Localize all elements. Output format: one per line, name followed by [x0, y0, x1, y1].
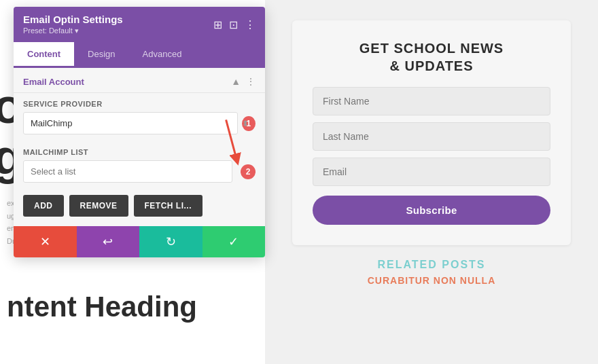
- service-provider-select[interactable]: MailChimp AWeber ConvertKit: [23, 112, 238, 134]
- panel-header-text: Email Optin Settings Preset: Default ▾: [23, 14, 123, 35]
- section-menu-icon[interactable]: ⋮: [246, 76, 256, 87]
- service-provider-label: Service Provider: [23, 100, 256, 108]
- panel-title: Email Optin Settings: [23, 14, 123, 25]
- widget-title: GET SCHOOL NEWS& UPDATES: [313, 39, 550, 75]
- fullscreen-icon[interactable]: ⊡: [229, 18, 238, 31]
- bottom-action-bar: ✕ ↩ ↻ ✓: [14, 226, 265, 257]
- remove-button[interactable]: REMOVE: [69, 195, 128, 217]
- panel-subtitle: Preset: Default ▾: [23, 26, 123, 35]
- related-posts-subtitle: CURABITUR NON NULLA: [292, 275, 571, 286]
- redo-button[interactable]: ↻: [139, 226, 203, 257]
- tab-advanced[interactable]: Advanced: [129, 42, 196, 68]
- tab-content[interactable]: Content: [14, 42, 74, 68]
- email-optin-widget: GET SCHOOL NEWS& UPDATES Subscribe: [292, 20, 571, 245]
- panel-header: Email Optin Settings Preset: Default ▾ ⊞…: [14, 7, 265, 42]
- responsive-icon[interactable]: ⊞: [213, 18, 222, 31]
- last-name-input[interactable]: [313, 122, 550, 151]
- subscribe-button[interactable]: Subscribe: [313, 196, 550, 225]
- first-name-input[interactable]: [313, 87, 550, 115]
- tab-design[interactable]: Design: [74, 42, 128, 68]
- confirm-button[interactable]: ✓: [203, 226, 266, 257]
- fetch-button[interactable]: FETCH LI...: [134, 195, 203, 217]
- mailchimp-list-badge: 2: [241, 164, 256, 179]
- section-icons: ▲ ⋮: [231, 76, 256, 87]
- email-input[interactable]: [313, 158, 550, 186]
- add-button[interactable]: ADD: [23, 195, 64, 217]
- tabs-bar: Content Design Advanced: [14, 42, 265, 68]
- related-posts-section: RELATED POSTS CURABITUR NON NULLA: [292, 259, 571, 286]
- left-panel: or g ext.uguenaDutpat vitae mi ed aliqua…: [0, 0, 265, 364]
- section-title: Email Account: [23, 77, 84, 87]
- undo-button[interactable]: ↩: [77, 226, 140, 257]
- related-posts-title: RELATED POSTS: [292, 259, 571, 271]
- bg-heading: ntent Heading: [7, 291, 197, 323]
- section-title-text: Email Account: [23, 77, 84, 87]
- more-icon[interactable]: ⋮: [245, 18, 256, 31]
- mailchimp-list-input[interactable]: [23, 160, 232, 183]
- right-panel: GET SCHOOL NEWS& UPDATES Subscribe RELAT…: [265, 0, 598, 364]
- collapse-icon[interactable]: ▲: [231, 76, 241, 87]
- panel-header-icons: ⊞ ⊡ ⋮: [213, 18, 256, 31]
- cancel-button[interactable]: ✕: [14, 226, 77, 257]
- section-header: Email Account ▲ ⋮: [14, 68, 265, 93]
- action-buttons-row: ADD REMOVE FETCH LI...: [14, 189, 265, 226]
